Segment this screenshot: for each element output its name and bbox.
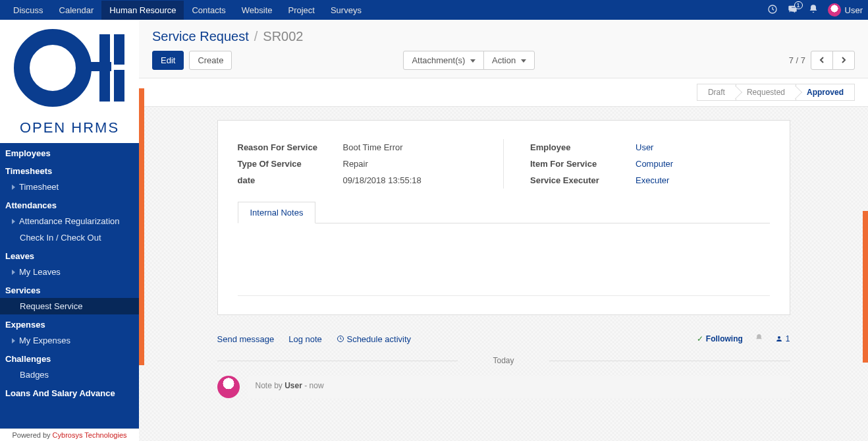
message: Note by User - now xyxy=(217,372,790,402)
log-note-link[interactable]: Log note xyxy=(288,334,322,344)
sidebar-section-header[interactable]: Attendances xyxy=(0,195,139,213)
form-field-value[interactable]: Computer xyxy=(636,159,770,169)
caret-right-icon xyxy=(12,185,15,190)
center-buttons: Attachment(s) Action xyxy=(403,51,534,70)
user-menu[interactable]: User xyxy=(828,3,863,16)
sidebar: OPEN HRMS EmployeesTimesheetsTimesheetAt… xyxy=(0,20,139,441)
tabs: Internal Notes xyxy=(238,202,770,223)
form-field-label: Reason For Service xyxy=(238,142,343,152)
sidebar-section-header[interactable]: Timesheets xyxy=(0,161,139,179)
pager-prev-button[interactable] xyxy=(811,51,833,70)
logo[interactable]: OPEN HRMS xyxy=(0,20,139,143)
caret-right-icon xyxy=(12,270,15,275)
status-step[interactable]: Requested xyxy=(736,84,796,101)
caret-down-icon xyxy=(470,59,475,63)
topnav-item[interactable]: Calendar xyxy=(51,1,102,20)
bell-icon[interactable] xyxy=(755,334,763,344)
activity-icon[interactable] xyxy=(767,4,778,16)
tab-content xyxy=(238,223,770,296)
status-step[interactable]: Draft xyxy=(697,84,736,101)
topnav-item[interactable]: Surveys xyxy=(323,1,369,20)
form-sheet: Reason For ServiceBoot Time ErrorType Of… xyxy=(217,120,790,315)
topnav-item[interactable]: Website xyxy=(234,1,281,20)
pager-counter[interactable]: 7 / 7 xyxy=(789,55,805,65)
topnav-item[interactable]: Human Resource xyxy=(101,1,184,20)
edit-button[interactable]: Edit xyxy=(152,51,184,70)
pager-next-button[interactable] xyxy=(832,51,855,70)
messages-badge: 1 xyxy=(794,1,803,9)
topnav-item[interactable]: Contacts xyxy=(184,1,233,20)
status-bar: DraftRequestedApproved xyxy=(139,78,868,107)
pager-nav xyxy=(811,51,855,70)
powered-by: Powered by Cybrosys Technologies xyxy=(0,428,139,441)
form-sheet-wrap: Reason For ServiceBoot Time ErrorType Of… xyxy=(139,107,868,441)
status-step[interactable]: Approved xyxy=(796,84,855,101)
sidebar-item[interactable]: Timesheet xyxy=(0,179,139,195)
sidebar-item-label: Check In / Check Out xyxy=(20,233,101,243)
form-row: EmployeeUser xyxy=(530,139,770,156)
topnav-item[interactable]: Discuss xyxy=(5,1,51,20)
chatter: Send message Log note Schedule activity … xyxy=(217,328,790,402)
sidebar-section-header[interactable]: Loans And Salary Advance xyxy=(0,383,139,401)
main-content: Service Request / SR002 Edit Create Atta… xyxy=(139,20,868,441)
action-button[interactable]: Action xyxy=(483,51,535,70)
user-name: User xyxy=(845,5,863,15)
send-message-link[interactable]: Send message xyxy=(217,334,275,344)
following-button[interactable]: ✓Following xyxy=(697,334,743,343)
svg-point-2 xyxy=(778,336,780,339)
sidebar-item[interactable]: My Expenses xyxy=(0,332,139,349)
sidebar-item-label: Timesheet xyxy=(19,182,59,192)
form-field-label: date xyxy=(238,175,343,185)
caret-right-icon xyxy=(12,338,15,343)
notifications-icon[interactable] xyxy=(808,4,819,16)
decorative-edge-right xyxy=(863,211,868,363)
form-row: Service ExecuterExecuter xyxy=(530,172,770,189)
topnav-item[interactable]: Project xyxy=(280,1,322,20)
form-field-value: Repair xyxy=(343,159,477,169)
control-panel: Edit Create Attachment(s) Action 7 / 7 xyxy=(139,48,868,78)
message-body: Note by User - now xyxy=(248,376,790,398)
sidebar-section-header[interactable]: Employees xyxy=(0,143,139,161)
sidebar-item[interactable]: Attendance Regularization xyxy=(0,213,139,229)
top-navigation: DiscussCalendarHuman ResourceContactsWeb… xyxy=(0,0,868,20)
message-header: Note by User - now xyxy=(256,381,782,390)
form-row: Reason For ServiceBoot Time Error xyxy=(238,139,477,156)
create-button[interactable]: Create xyxy=(189,51,232,70)
decorative-edge-left xyxy=(139,88,144,365)
topnav-menu: DiscussCalendarHuman ResourceContactsWeb… xyxy=(5,1,369,20)
follower-count[interactable]: 1 xyxy=(775,334,790,343)
breadcrumb-root[interactable]: Service Request xyxy=(152,29,249,44)
sidebar-section-header[interactable]: Leaves xyxy=(0,246,139,264)
avatar-icon xyxy=(828,3,841,16)
sidebar-item[interactable]: Badges xyxy=(0,367,139,383)
sidebar-item[interactable]: Check In / Check Out xyxy=(0,229,139,246)
form-field-value: 09/18/2018 13:55:18 xyxy=(343,175,477,185)
form-row: Item For ServiceComputer xyxy=(530,156,770,172)
sidebar-section-header[interactable]: Services xyxy=(0,280,139,298)
sidebar-item[interactable]: My Leaves xyxy=(0,264,139,280)
breadcrumb-sep: / xyxy=(254,29,258,44)
tab-internal-notes[interactable]: Internal Notes xyxy=(238,202,316,223)
form-col-right: EmployeeUserItem For ServiceComputerServ… xyxy=(530,139,770,189)
date-separator: Today xyxy=(217,349,790,372)
form-field-label: Service Executer xyxy=(530,175,636,185)
sidebar-item[interactable]: Request Service xyxy=(0,298,139,314)
form-field-label: Type Of Service xyxy=(238,159,343,169)
sidebar-section-header[interactable]: Challenges xyxy=(0,349,139,367)
form-field-value[interactable]: Executer xyxy=(636,175,770,185)
avatar-icon xyxy=(217,376,240,398)
sidebar-item-label: My Expenses xyxy=(19,336,70,345)
messages-icon[interactable]: 1 xyxy=(787,4,799,16)
schedule-activity-link[interactable]: Schedule activity xyxy=(337,334,411,344)
form-field-value: Boot Time Error xyxy=(343,142,477,152)
form-row: Type Of ServiceRepair xyxy=(238,156,477,172)
caret-right-icon xyxy=(12,219,15,224)
sidebar-item-label: My Leaves xyxy=(19,267,61,277)
sidebar-section-header[interactable]: Expenses xyxy=(0,314,139,332)
form-row: date09/18/2018 13:55:18 xyxy=(238,172,477,189)
form-col-left: Reason For ServiceBoot Time ErrorType Of… xyxy=(238,139,477,189)
attachments-button[interactable]: Attachment(s) xyxy=(403,51,484,70)
topnav-systray: 1 User xyxy=(767,3,863,16)
logo-text: OPEN HRMS xyxy=(5,119,134,136)
form-field-value[interactable]: User xyxy=(636,142,770,152)
